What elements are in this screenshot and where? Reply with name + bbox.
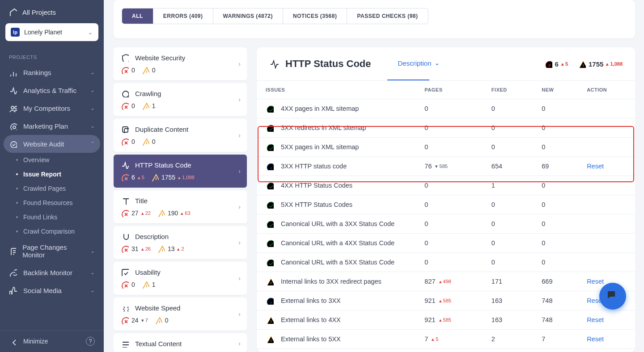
new-value: 0 xyxy=(533,253,578,272)
speed-icon xyxy=(121,304,129,312)
issue-row[interactable]: Internal links to 3XX redirect pages 827… xyxy=(257,272,635,291)
project-selector[interactable]: lp Lonely Planet ⌄ xyxy=(5,23,98,41)
pages-value: 0 xyxy=(424,124,474,131)
tab-warnings-[interactable]: WARNINGS (4872) xyxy=(213,8,284,24)
tab-all[interactable]: ALL xyxy=(122,8,153,24)
pages-value: 0 xyxy=(424,201,474,208)
sidebar-item-label: Website Audit xyxy=(23,140,64,148)
ok-icon xyxy=(266,181,274,189)
issue-row[interactable]: External links to 3XX 921 ▴ 585 163 748 … xyxy=(257,291,635,310)
ok-icon xyxy=(266,143,274,151)
chevron-right-icon: › xyxy=(238,275,241,282)
issue-row[interactable]: 3XX redirects in XML sitemap 0 0 0 xyxy=(257,118,635,138)
new-value: 7 xyxy=(533,330,578,349)
issue-name: Canonical URL with a 3XX Status Code xyxy=(281,220,394,227)
chat-fab[interactable] xyxy=(599,283,626,310)
issue-name: 5XX HTTP Status Codes xyxy=(281,201,352,208)
audit-icon xyxy=(9,140,17,148)
issue-row[interactable]: 5XX HTTP Status Codes 0 0 0 xyxy=(257,195,635,214)
new-value: 0 xyxy=(533,234,578,253)
sub-item-label: Crawled Pages xyxy=(23,185,66,192)
sidebar-item-my-competitors[interactable]: My Competitors ⌄ xyxy=(0,99,104,117)
issue-name: 4XX HTTP Status Codes xyxy=(281,182,352,189)
issue-row[interactable]: External links to 5XX 7 ▴ 5 2 7 Reset xyxy=(257,330,635,349)
tab-notices-[interactable]: NOTICES (3568) xyxy=(283,8,347,24)
issue-row[interactable]: 4XX pages in XML sitemap 0 0 0 xyxy=(257,99,635,118)
sub-item-crawled-pages[interactable]: Crawled Pages xyxy=(0,181,104,196)
sidebar-item-marketing-plan[interactable]: Marketing Plan ⌄ xyxy=(0,117,104,135)
bullet-icon xyxy=(16,202,18,204)
pages-value: 0 xyxy=(424,220,474,227)
new-value: 0 xyxy=(533,214,578,234)
error-icon xyxy=(121,102,129,110)
reset-link[interactable]: Reset xyxy=(587,163,604,170)
category-list: Website Security 00 › Crawling 01 › Dupl… xyxy=(114,47,247,352)
sidebar-item-page-changes-monitor[interactable]: Page Changes Monitor ⌄ xyxy=(0,239,104,264)
reset-link[interactable]: Reset xyxy=(587,278,604,285)
category-http-status-code[interactable]: HTTP Status Code 6▴ 51755▴ 1,088 › xyxy=(114,155,247,188)
ok-icon xyxy=(266,239,274,247)
ok-icon xyxy=(266,220,274,228)
pages-delta: ▾ 585 xyxy=(435,163,447,169)
pages-delta: ▴ 585 xyxy=(439,317,451,323)
sidebar-item-analytics-traffic[interactable]: Analytics & Traffic ⌄ xyxy=(0,81,104,99)
issue-row[interactable]: 5XX pages in XML sitemap 0 0 0 xyxy=(257,138,635,157)
category-website-security[interactable]: Website Security 00 › xyxy=(114,47,247,80)
sidebar-item-website-audit[interactable]: Website Audit ⌃ xyxy=(4,135,100,153)
category-title: Duplicate Content xyxy=(135,126,188,133)
sidebar-item-backlink-monitor[interactable]: Backlink Monitor ⌄ xyxy=(0,264,104,281)
tab-errors-[interactable]: ERRORS (409) xyxy=(153,8,213,24)
detail-error-count: 6 ▴ 5 xyxy=(544,60,568,68)
issue-name: External links to 3XX xyxy=(281,297,341,304)
issue-row[interactable]: 3XX HTTP status code 76 ▾ 585 654 69 Res… xyxy=(257,157,635,176)
category-description[interactable]: Description 31▴ 2613▴ 2 › xyxy=(114,226,247,259)
chevron-down-icon: ⌄ xyxy=(434,59,440,67)
issue-row[interactable]: Canonical URL with a 3XX Status Code 0 0… xyxy=(257,214,635,234)
help-icon[interactable]: ? xyxy=(86,337,95,346)
bullet-icon xyxy=(16,188,18,189)
sidebar-item-social-media[interactable]: Social Media ⌄ xyxy=(0,281,104,299)
bars-icon xyxy=(9,68,17,76)
new-value: 0 xyxy=(533,176,578,195)
dropdown-label: Description xyxy=(398,59,432,67)
issue-row[interactable]: Canonical URL with a 4XX Status Code 0 0… xyxy=(257,234,635,253)
issue-row[interactable]: 4XX HTTP Status Codes 0 1 0 xyxy=(257,176,635,195)
issue-name: Canonical URL with a 4XX Status Code xyxy=(281,239,394,247)
category-duplicate-content[interactable]: Duplicate Content 00 › xyxy=(114,119,247,152)
sidebar-item-rankings[interactable]: Rankings ⌄ xyxy=(0,63,104,81)
project-logo: lp xyxy=(11,28,20,37)
warning-icon xyxy=(141,66,149,74)
ok-icon xyxy=(266,258,274,266)
chevron-right-icon: › xyxy=(238,239,241,246)
tab-passed-checks-[interactable]: PASSED CHECKS (98) xyxy=(347,8,428,24)
sub-item-issue-report[interactable]: Issue Report xyxy=(0,167,104,181)
sidebar-item-label: Analytics & Traffic xyxy=(23,87,76,94)
bullet-icon xyxy=(16,159,18,161)
issue-row[interactable]: External links to 4XX 921 ▴ 585 163 748 … xyxy=(257,310,635,330)
category-title[interactable]: Title 27▴ 22190▴ 63 › xyxy=(114,190,247,223)
reset-link[interactable]: Reset xyxy=(587,335,604,343)
category-crawling[interactable]: Crawling 01 › xyxy=(114,83,247,116)
issue-row[interactable]: Canonical URL with a 5XX Status Code 0 0… xyxy=(257,253,635,272)
sub-item-found-links[interactable]: Found Links xyxy=(0,210,104,224)
sidebar-item-label: Backlink Monitor xyxy=(23,269,72,277)
type-icon xyxy=(121,197,129,205)
minimize-button[interactable]: Minimize ? xyxy=(0,330,104,352)
issues-table: ISSUES PAGES FIXED NEW ACTION 4XX pages … xyxy=(257,80,635,349)
category-usability[interactable]: Usability 01 › xyxy=(114,262,247,295)
fixed-value: 0 xyxy=(483,118,533,138)
sub-item-overview[interactable]: Overview xyxy=(0,153,104,167)
category-title: Crawling xyxy=(135,90,161,97)
view-mode-dropdown[interactable]: Description ⌄ xyxy=(398,59,440,69)
category-website-speed[interactable]: Website Speed 24▾ 70 › xyxy=(114,298,247,331)
thumb-icon xyxy=(9,286,17,294)
pulse-icon xyxy=(269,59,279,69)
sub-item-crawl-comparison[interactable]: Crawl Comparison xyxy=(0,224,104,239)
nav-all-projects[interactable]: All Projects xyxy=(5,5,98,19)
category-textual-content[interactable]: Textual Content › xyxy=(114,333,247,352)
delta: ▾ 7 xyxy=(141,318,148,323)
issue-name: External links to 4XX xyxy=(281,316,341,323)
reset-link[interactable]: Reset xyxy=(587,316,604,323)
sub-item-found-resources[interactable]: Found Resources xyxy=(0,196,104,210)
issue-name: 5XX pages in XML sitemap xyxy=(281,143,359,151)
